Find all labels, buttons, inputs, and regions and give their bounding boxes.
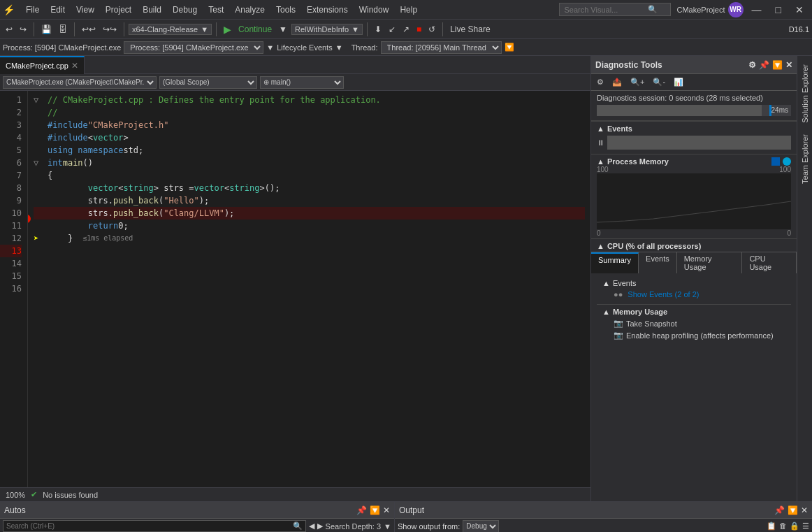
restart-button[interactable]: ↺ — [426, 23, 438, 36]
menu-test[interactable]: Test — [203, 3, 229, 16]
lifecycle-label: Lifecycle Events — [277, 43, 332, 52]
step-over-button[interactable]: ⬇ — [372, 23, 384, 36]
enable-heap-label: Enable heap profiling (affects performan… — [626, 331, 774, 340]
output-pin-icon[interactable]: 📌 — [774, 505, 785, 515]
toolbar-sep-6 — [442, 22, 443, 36]
scope-global-select[interactable]: (Global Scope) — [159, 76, 257, 89]
menu-analyze[interactable]: Analyze — [229, 3, 270, 16]
diag-tab-events[interactable]: Events — [639, 252, 677, 273]
menu-window[interactable]: Window — [354, 3, 395, 16]
enable-heap-btn[interactable]: 📷 Enable heap profiling (affects perform… — [602, 329, 785, 341]
menu-build[interactable]: Build — [137, 3, 167, 16]
redo-button[interactable]: ↪↪ — [100, 23, 119, 36]
search-depth-dropdown[interactable]: ▼ — [384, 522, 391, 531]
cpu-title[interactable]: ▲ CPU (% of all processors) — [597, 242, 791, 250]
diag-tool-settings[interactable]: ⚙ — [594, 77, 607, 87]
diag-tab-cpu[interactable]: CPU Usage — [742, 252, 797, 273]
menu-tools[interactable]: Tools — [270, 3, 301, 16]
thread-select[interactable]: Thread: [20956] Main Thread — [381, 41, 502, 54]
close-button[interactable]: ✕ — [790, 4, 809, 15]
events-pause-button[interactable]: ⏸ — [597, 138, 604, 147]
menu-help[interactable]: Help — [394, 3, 423, 16]
sidebar-team-explorer[interactable]: Team Explorer — [798, 129, 812, 189]
diag-close-icon[interactable]: ✕ — [785, 60, 792, 70]
branch-dropdown[interactable]: RelWithDebInfo ▼ — [291, 24, 363, 35]
user-avatar[interactable]: WR — [728, 2, 744, 17]
tab-close-icon[interactable]: ✕ — [71, 61, 78, 71]
back-button[interactable]: ↩ — [3, 23, 15, 36]
lifecycle-chevron[interactable]: ▼ — [335, 43, 343, 52]
autos-search-box[interactable]: 🔍 — [3, 520, 306, 532]
maximize-button[interactable]: □ — [770, 4, 787, 15]
output-tool-2[interactable]: 🗑 — [779, 522, 787, 531]
diag-tool-export[interactable]: 📤 — [609, 77, 625, 87]
step-into-button[interactable]: ↙ — [386, 23, 398, 36]
breakpoint-marker[interactable] — [28, 215, 31, 223]
menu-view[interactable]: View — [71, 3, 100, 16]
diag-tool-chart[interactable]: 📊 — [671, 77, 686, 87]
code-editor[interactable]: 123 456 789 101112 13 141516 ▽ // CMakeP… — [0, 91, 590, 487]
step-out-button[interactable]: ↗ — [400, 23, 412, 36]
editor-tab-cmake[interactable]: CMakeProject.cpp ✕ — [0, 56, 85, 74]
autos-close-icon[interactable]: ✕ — [383, 505, 390, 515]
save-button[interactable]: 💾 — [38, 23, 55, 36]
diag-settings-icon[interactable]: ⚙ — [748, 60, 756, 70]
diag-tool-zoom-in[interactable]: 🔍+ — [628, 77, 647, 87]
menu-file[interactable]: File — [20, 3, 45, 16]
diag-auto-hide-icon[interactable]: 🔽 — [772, 60, 783, 70]
autos-pin-icon[interactable]: 📌 — [356, 505, 367, 515]
scope-fn-select[interactable]: ⊕ main() — [260, 76, 344, 89]
fold-icon-9[interactable]: ▽ — [34, 158, 38, 168]
process-memory-title[interactable]: ▲ Process Memory — [597, 157, 791, 166]
events-expand-icon: ▲ — [602, 279, 610, 287]
output-tool-1[interactable]: 📋 — [767, 522, 776, 531]
heap-icon: 📷 — [614, 331, 623, 340]
output-tool-3[interactable]: 🔒 — [790, 522, 799, 531]
forward-button[interactable]: ↪ — [17, 23, 29, 36]
stop-button[interactable]: ■ — [414, 23, 424, 36]
menu-project[interactable]: Project — [100, 3, 137, 16]
code-line-4: #include "CMakeProject.h" — [34, 119, 585, 131]
live-share-button[interactable]: Live Share — [447, 23, 493, 36]
pm-left-top: 100 — [597, 166, 609, 173]
output-auto-hide-icon[interactable]: 🔽 — [788, 505, 798, 515]
search-box[interactable]: 🔍 — [559, 3, 671, 16]
output-tool-4[interactable]: ☰ — [802, 522, 809, 531]
process-select[interactable]: Process: [5904] CMakeProject.exe — [124, 41, 263, 54]
minimize-button[interactable]: — — [746, 4, 767, 15]
continue-label[interactable]: Continue — [235, 23, 275, 36]
take-snapshot-btn[interactable]: 📷 Take Snapshot — [602, 316, 785, 329]
search-input[interactable] — [564, 6, 648, 14]
diag-tool-zoom-out[interactable]: 🔍- — [650, 77, 668, 87]
undo-button[interactable]: ↩↩ — [79, 23, 99, 36]
fold-icon-1[interactable]: ▽ — [34, 95, 38, 105]
diag-tab-summary[interactable]: Summary — [591, 252, 639, 273]
pm-label: Process Memory — [607, 157, 669, 166]
autos-auto-hide-icon[interactable]: 🔽 — [370, 505, 380, 515]
code-content[interactable]: ▽ // CMakeProject.cpp : Defines the entr… — [28, 91, 590, 487]
continue-dropdown[interactable]: ▼ — [276, 23, 290, 36]
output-close-icon[interactable]: ✕ — [801, 505, 808, 515]
summary-events-header[interactable]: ▲ Events — [602, 279, 785, 287]
diag-tab-memory[interactable]: Memory Usage — [677, 252, 743, 273]
save-all-button[interactable]: 🗄 — [56, 23, 70, 36]
toolbar-sep-4 — [216, 22, 217, 36]
output-panel: Output 📌 🔽 ✕ Show output from: Debug 📋 🗑… — [395, 502, 812, 532]
menu-debug[interactable]: Debug — [167, 3, 203, 16]
main-area: CMakeProject.cpp ✕ CMakeProject.exe (CMa… — [0, 56, 812, 501]
continue-button[interactable]: ▶ — [221, 22, 234, 36]
diag-pin-icon[interactable]: 📌 — [759, 60, 769, 70]
memory-usage-header[interactable]: ▲ Memory Usage — [602, 308, 785, 316]
search-fwd-btn[interactable]: ▶ — [317, 522, 323, 531]
platform-dropdown[interactable]: x64-Clang-Release ▼ — [129, 24, 212, 35]
menu-edit[interactable]: Edit — [45, 3, 71, 16]
zoom-level[interactable]: 100% — [6, 491, 25, 499]
autos-search-input[interactable] — [6, 522, 293, 530]
events-title[interactable]: ▲ Events — [597, 124, 791, 133]
show-events-label[interactable]: Show Events (2 of 2) — [628, 290, 699, 299]
search-back-btn[interactable]: ◀ — [309, 522, 314, 531]
scope-file-select[interactable]: CMakeProject.exe (CMakeProject\CMakePr..… — [3, 76, 157, 89]
output-source-select[interactable]: Debug — [463, 520, 499, 533]
sidebar-solution-explorer[interactable]: Solution Explorer — [798, 59, 812, 129]
menu-extensions[interactable]: Extensions — [301, 3, 354, 16]
